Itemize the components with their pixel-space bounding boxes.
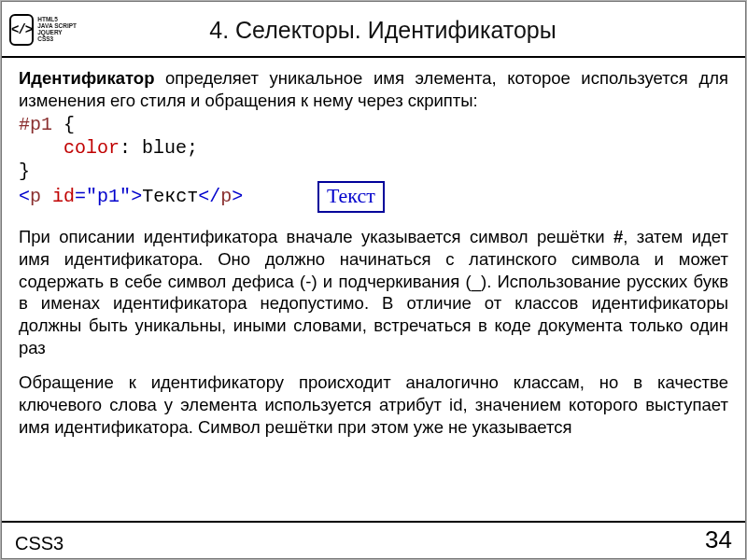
page-number: 34: [705, 525, 732, 554]
logo-tech-list: HTML5 JAVA SCRIPT JQUERY CSS3: [37, 17, 77, 42]
code-attr-val: p1: [97, 186, 120, 207]
slide-header: </> HTML5 JAVA SCRIPT JQUERY CSS3 4. Сел…: [2, 2, 745, 58]
code-colon: :: [120, 137, 142, 159]
code-brace-close: }: [19, 161, 30, 182]
code-space: [41, 186, 52, 207]
paragraph-spacer: [19, 358, 728, 371]
code-brackets-icon: </>: [9, 14, 34, 46]
code-property: color: [63, 137, 120, 159]
slide-content: Идентификатор определяет уникальное имя …: [2, 58, 745, 521]
para2-part-a: При описании идентификатора вначале указ…: [19, 227, 613, 246]
code-lt-close: </: [198, 186, 220, 207]
footer-topic: CSS3: [15, 533, 63, 554]
css-code-block: #p1 { color: blue; }: [19, 113, 728, 183]
paragraph-hash-rules: При описании идентификатора вначале указ…: [19, 226, 728, 358]
slide-footer: CSS3 34: [2, 521, 745, 558]
code-indent: [19, 137, 63, 159]
code-quote: ": [86, 186, 97, 207]
code-quote-close: ": [120, 186, 131, 207]
intro-paragraph: Идентификатор определяет уникальное имя …: [19, 67, 728, 111]
code-semi: ;: [187, 137, 198, 159]
paragraph-id-usage: Обращение к идентификатору происходит ан…: [19, 371, 728, 438]
code-selector: #p1: [19, 114, 63, 135]
code-tag-close: p: [220, 186, 232, 207]
code-gt-close: >: [232, 186, 243, 207]
code-value: blue: [142, 137, 187, 159]
html-code-line: <p id="p1">Текст</p>: [19, 185, 243, 209]
slide-title: 4. Селекторы. Идентификаторы: [84, 17, 738, 44]
term-identifier: Идентификатор: [19, 68, 154, 88]
code-tag: p: [30, 186, 41, 207]
hash-symbol: #: [613, 227, 623, 246]
tech-logo: </> HTML5 JAVA SCRIPT JQUERY CSS3: [9, 8, 77, 51]
slide: </> HTML5 JAVA SCRIPT JQUERY CSS3 4. Сел…: [1, 1, 746, 559]
code-attr: id: [52, 186, 75, 207]
rendered-output-box: Текст: [317, 181, 385, 212]
code-text: Текст: [142, 186, 198, 207]
html-demo-row: <p id="p1">Текст</p> Текст: [19, 185, 728, 213]
code-gt: >: [131, 186, 142, 207]
code-lt: <: [19, 186, 30, 207]
code-brace-open: {: [63, 114, 75, 135]
code-eq: =: [75, 186, 86, 207]
